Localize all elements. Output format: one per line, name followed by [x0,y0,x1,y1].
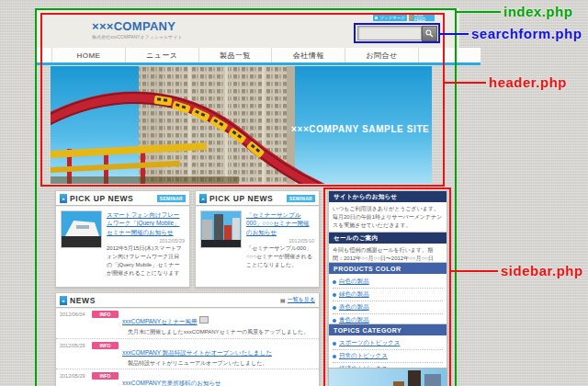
nav-underline [35,62,481,65]
product-link-white[interactable]: 白色の製品 [333,276,443,289]
rollercoaster-photo: ×××COMPANY SAMPLE SITE [51,66,432,184]
main-nav: HOME ニュース 製品一覧 会社情報 お問合せ [51,48,419,62]
pickup-date: 2012/05/10 [246,238,314,244]
hero-caption: ×××COMPANY SAMPLE SITE [291,124,429,134]
chevrons-icon: » [60,296,67,305]
template-tutorial-screenshot: ×××COMPANY 株式会社xxxCOMPANYオフィシャルサイト ブックマー… [0,0,588,386]
product-link-green[interactable]: 緑色の製品 [333,289,443,301]
view-all-link[interactable]: 一覧を見る [288,296,315,304]
site-tagline: 株式会社xxxCOMPANYオフィシャルサイト [92,34,182,40]
bullet-icon [333,293,336,297]
annotation-label-sidebar: sidebar.php [501,263,583,278]
pickup-link[interactable]: 「セミナーサンプル000」○○○セミナー開催のお知らせ [246,210,314,236]
news-row: 2012/05/29INFOxxxCOMPANY営業所移転のお知らせ xxxCO… [56,369,319,386]
chevrons-icon: » [60,194,67,203]
pickup-date: 2012/05/29 [107,238,185,244]
nav-item-contact[interactable]: お問合せ [345,48,419,62]
pickup-news-box-2: » PICK UP NEWS SEMINAR 「セミナーサンプル000」○○○セ… [195,190,320,288]
bookmark-icon [375,17,378,19]
news-row: 2012/06/04INFOxxxCOMPANYセミナー風景 先月末に開催しまし… [56,308,319,339]
bullet-icon [333,319,336,323]
news-link[interactable]: xxxCOMPANY営業所移転のお知らせ [122,380,221,386]
rss-icon [409,16,413,19]
news-box: » NEWS ▤ 一覧を見る 2012/06/04INFOxxxCOMPANYセ… [55,292,320,386]
pickup-link[interactable]: スマートフォン向けフレームワーク「jQuery Mobile」セミナー開催のお知… [107,210,185,236]
product-link-red[interactable]: 赤色の製品 [333,301,443,314]
bookmark-button[interactable]: ブックマーク [373,14,407,21]
news-link[interactable]: xxxCOMPANYセミナー風景 [122,318,198,324]
sidebar-sale-title: セールのご案内 [329,233,447,244]
annotation-line-index [457,11,501,13]
nav-item-home[interactable]: HOME [51,48,125,62]
bullet-icon [333,280,336,284]
search-icon [425,29,434,38]
news-title: NEWS [70,296,96,305]
search-input[interactable] [357,26,422,40]
nav-item-company[interactable]: 会社情報 [271,48,345,62]
info-badge: INFO [92,342,119,349]
nav-item-products[interactable]: 製品一覧 [198,48,272,62]
products-color-title: PRODUCTS COLOR [329,263,447,274]
rss-button[interactable]: RSS FEED [409,14,435,21]
topic-link-daily[interactable]: 日常のトピックス [333,350,443,363]
annotation-line-header [445,82,486,84]
topics-category-title: TOPICS CATEGORY [329,324,447,335]
sidebar-notice-body: いつもご利用頂きありがとうございます。毎月20日の午前1時よりサーバーメンテナン… [329,202,447,233]
sidebar-notice-box: サイトからのお知らせ いつもご利用頂きありがとうございます。毎月20日の午前1時… [328,190,447,233]
hero-image: ×××COMPANY SAMPLE SITE [51,66,432,184]
sidebar-banner[interactable]: Bunner 001 [328,368,447,386]
pickup-excerpt: 2012年5月15日(木)スマートフォン向けフレームワーク注目の「jQuery … [107,244,185,278]
search-button[interactable] [422,26,437,41]
nav-item-news[interactable]: ニュース [125,48,198,62]
topic-link-sports[interactable]: スポーツのトピックス [333,337,443,350]
annotation-label-searchform: searchform.php [471,26,582,41]
seminar-badge: SEMINAR [287,195,315,202]
annotation-line-sidebar [451,270,498,272]
bullet-icon [333,355,336,358]
site-logo[interactable]: ×××COMPANY [92,19,175,33]
pickup-excerpt: 「セミナーサンプル000」○○○セミナーが開催されることになりました。 [246,244,314,269]
pickup-thumbnail[interactable] [200,210,242,248]
list-icon: ▤ [280,297,286,303]
news-row: 2012/05/29INFOxxxCOMPANY 製品特設サイトがオープンいたし… [56,339,319,370]
pickup-title: PICK UP NEWS [70,194,133,203]
chevrons-icon: » [199,194,207,203]
seminar-badge: SEMINAR [157,195,186,202]
annotation-line-searchform [440,33,469,35]
pickup-title: PICK UP NEWS [209,194,273,203]
pickup-thumbnail[interactable] [61,210,102,248]
bullet-icon [333,306,336,310]
pickup-news-box-1: » PICK UP NEWS SEMINAR スマートフォン向けフレームワーク「… [55,190,190,288]
info-badge: INFO [92,311,119,318]
photo-icon [199,316,209,324]
annotation-label-header: header.php [489,74,567,90]
news-link[interactable]: xxxCOMPANY 製品特設サイトがオープンいたしました [122,349,272,356]
info-badge: INFO [92,372,119,380]
sidebar-notice-title: サイトからのお知らせ [329,191,447,202]
bullet-icon [333,342,336,346]
annotation-label-index: index.php [503,4,572,19]
